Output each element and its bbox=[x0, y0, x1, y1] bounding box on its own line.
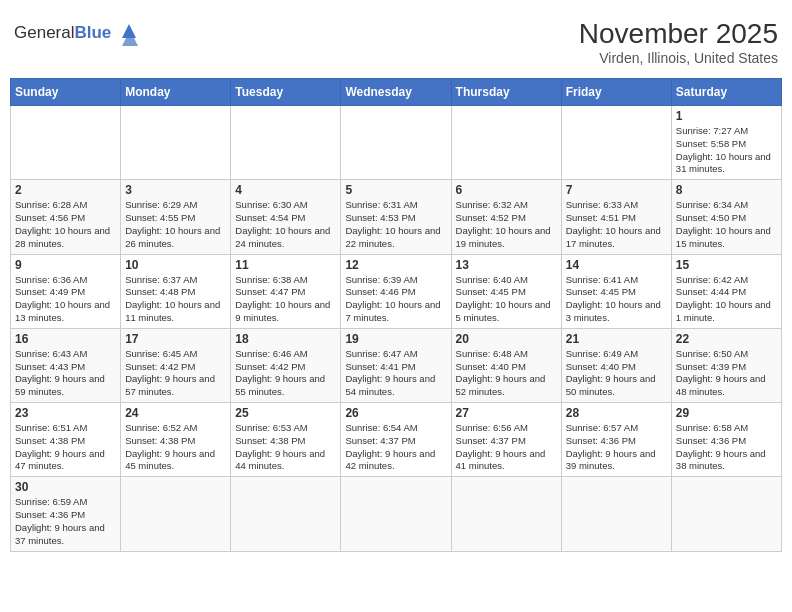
day-cell: 9Sunrise: 6:36 AM Sunset: 4:49 PM Daylig… bbox=[11, 254, 121, 328]
day-cell: 13Sunrise: 6:40 AM Sunset: 4:45 PM Dayli… bbox=[451, 254, 561, 328]
svg-marker-0 bbox=[122, 24, 136, 38]
weekday-header-saturday: Saturday bbox=[671, 79, 781, 106]
weekday-header-monday: Monday bbox=[121, 79, 231, 106]
day-cell: 15Sunrise: 6:42 AM Sunset: 4:44 PM Dayli… bbox=[671, 254, 781, 328]
logo: GeneralBlue bbox=[14, 18, 144, 48]
day-number: 2 bbox=[15, 183, 116, 197]
day-info: Sunrise: 6:45 AM Sunset: 4:42 PM Dayligh… bbox=[125, 348, 226, 399]
day-cell bbox=[451, 477, 561, 551]
day-cell: 23Sunrise: 6:51 AM Sunset: 4:38 PM Dayli… bbox=[11, 403, 121, 477]
day-number: 1 bbox=[676, 109, 777, 123]
day-info: Sunrise: 7:27 AM Sunset: 5:58 PM Dayligh… bbox=[676, 125, 777, 176]
day-cell: 27Sunrise: 6:56 AM Sunset: 4:37 PM Dayli… bbox=[451, 403, 561, 477]
week-row-5: 30Sunrise: 6:59 AM Sunset: 4:36 PM Dayli… bbox=[11, 477, 782, 551]
day-cell bbox=[121, 477, 231, 551]
day-info: Sunrise: 6:49 AM Sunset: 4:40 PM Dayligh… bbox=[566, 348, 667, 399]
day-info: Sunrise: 6:31 AM Sunset: 4:53 PM Dayligh… bbox=[345, 199, 446, 250]
day-info: Sunrise: 6:43 AM Sunset: 4:43 PM Dayligh… bbox=[15, 348, 116, 399]
day-number: 28 bbox=[566, 406, 667, 420]
day-number: 26 bbox=[345, 406, 446, 420]
day-cell: 8Sunrise: 6:34 AM Sunset: 4:50 PM Daylig… bbox=[671, 180, 781, 254]
day-number: 15 bbox=[676, 258, 777, 272]
day-number: 7 bbox=[566, 183, 667, 197]
day-cell: 3Sunrise: 6:29 AM Sunset: 4:55 PM Daylig… bbox=[121, 180, 231, 254]
day-cell: 4Sunrise: 6:30 AM Sunset: 4:54 PM Daylig… bbox=[231, 180, 341, 254]
day-info: Sunrise: 6:46 AM Sunset: 4:42 PM Dayligh… bbox=[235, 348, 336, 399]
day-number: 22 bbox=[676, 332, 777, 346]
day-cell: 6Sunrise: 6:32 AM Sunset: 4:52 PM Daylig… bbox=[451, 180, 561, 254]
day-info: Sunrise: 6:57 AM Sunset: 4:36 PM Dayligh… bbox=[566, 422, 667, 473]
day-info: Sunrise: 6:33 AM Sunset: 4:51 PM Dayligh… bbox=[566, 199, 667, 250]
day-cell: 25Sunrise: 6:53 AM Sunset: 4:38 PM Dayli… bbox=[231, 403, 341, 477]
day-number: 6 bbox=[456, 183, 557, 197]
weekday-header-thursday: Thursday bbox=[451, 79, 561, 106]
day-cell: 2Sunrise: 6:28 AM Sunset: 4:56 PM Daylig… bbox=[11, 180, 121, 254]
day-cell: 5Sunrise: 6:31 AM Sunset: 4:53 PM Daylig… bbox=[341, 180, 451, 254]
day-cell bbox=[671, 477, 781, 551]
day-cell: 28Sunrise: 6:57 AM Sunset: 4:36 PM Dayli… bbox=[561, 403, 671, 477]
day-number: 23 bbox=[15, 406, 116, 420]
svg-marker-1 bbox=[122, 38, 138, 46]
day-cell: 12Sunrise: 6:39 AM Sunset: 4:46 PM Dayli… bbox=[341, 254, 451, 328]
day-cell: 10Sunrise: 6:37 AM Sunset: 4:48 PM Dayli… bbox=[121, 254, 231, 328]
day-number: 9 bbox=[15, 258, 116, 272]
week-row-2: 9Sunrise: 6:36 AM Sunset: 4:49 PM Daylig… bbox=[11, 254, 782, 328]
day-info: Sunrise: 6:58 AM Sunset: 4:36 PM Dayligh… bbox=[676, 422, 777, 473]
day-number: 17 bbox=[125, 332, 226, 346]
day-number: 5 bbox=[345, 183, 446, 197]
logo-text-general: General bbox=[14, 23, 74, 42]
day-info: Sunrise: 6:51 AM Sunset: 4:38 PM Dayligh… bbox=[15, 422, 116, 473]
day-number: 8 bbox=[676, 183, 777, 197]
day-number: 11 bbox=[235, 258, 336, 272]
day-cell: 30Sunrise: 6:59 AM Sunset: 4:36 PM Dayli… bbox=[11, 477, 121, 551]
day-info: Sunrise: 6:54 AM Sunset: 4:37 PM Dayligh… bbox=[345, 422, 446, 473]
calendar-subtitle: Virden, Illinois, United States bbox=[579, 50, 778, 66]
day-number: 27 bbox=[456, 406, 557, 420]
day-info: Sunrise: 6:39 AM Sunset: 4:46 PM Dayligh… bbox=[345, 274, 446, 325]
day-cell bbox=[231, 477, 341, 551]
day-info: Sunrise: 6:59 AM Sunset: 4:36 PM Dayligh… bbox=[15, 496, 116, 547]
day-cell: 20Sunrise: 6:48 AM Sunset: 4:40 PM Dayli… bbox=[451, 328, 561, 402]
day-cell bbox=[341, 477, 451, 551]
day-info: Sunrise: 6:38 AM Sunset: 4:47 PM Dayligh… bbox=[235, 274, 336, 325]
day-cell: 7Sunrise: 6:33 AM Sunset: 4:51 PM Daylig… bbox=[561, 180, 671, 254]
day-cell bbox=[11, 106, 121, 180]
day-number: 13 bbox=[456, 258, 557, 272]
weekday-header-tuesday: Tuesday bbox=[231, 79, 341, 106]
day-number: 10 bbox=[125, 258, 226, 272]
day-cell bbox=[451, 106, 561, 180]
day-info: Sunrise: 6:47 AM Sunset: 4:41 PM Dayligh… bbox=[345, 348, 446, 399]
day-number: 25 bbox=[235, 406, 336, 420]
day-cell: 22Sunrise: 6:50 AM Sunset: 4:39 PM Dayli… bbox=[671, 328, 781, 402]
day-info: Sunrise: 6:30 AM Sunset: 4:54 PM Dayligh… bbox=[235, 199, 336, 250]
day-info: Sunrise: 6:32 AM Sunset: 4:52 PM Dayligh… bbox=[456, 199, 557, 250]
day-number: 14 bbox=[566, 258, 667, 272]
day-info: Sunrise: 6:56 AM Sunset: 4:37 PM Dayligh… bbox=[456, 422, 557, 473]
day-cell: 19Sunrise: 6:47 AM Sunset: 4:41 PM Dayli… bbox=[341, 328, 451, 402]
day-number: 12 bbox=[345, 258, 446, 272]
day-number: 24 bbox=[125, 406, 226, 420]
day-number: 21 bbox=[566, 332, 667, 346]
weekday-header-sunday: Sunday bbox=[11, 79, 121, 106]
day-info: Sunrise: 6:29 AM Sunset: 4:55 PM Dayligh… bbox=[125, 199, 226, 250]
day-info: Sunrise: 6:28 AM Sunset: 4:56 PM Dayligh… bbox=[15, 199, 116, 250]
day-number: 18 bbox=[235, 332, 336, 346]
weekday-header-friday: Friday bbox=[561, 79, 671, 106]
weekday-header-wednesday: Wednesday bbox=[341, 79, 451, 106]
day-cell bbox=[561, 106, 671, 180]
day-number: 29 bbox=[676, 406, 777, 420]
day-cell bbox=[121, 106, 231, 180]
day-info: Sunrise: 6:48 AM Sunset: 4:40 PM Dayligh… bbox=[456, 348, 557, 399]
day-cell: 26Sunrise: 6:54 AM Sunset: 4:37 PM Dayli… bbox=[341, 403, 451, 477]
header: GeneralBlue November 2025 Virden, Illino… bbox=[10, 10, 782, 70]
day-cell: 21Sunrise: 6:49 AM Sunset: 4:40 PM Dayli… bbox=[561, 328, 671, 402]
day-cell: 24Sunrise: 6:52 AM Sunset: 4:38 PM Dayli… bbox=[121, 403, 231, 477]
day-info: Sunrise: 6:34 AM Sunset: 4:50 PM Dayligh… bbox=[676, 199, 777, 250]
day-cell: 11Sunrise: 6:38 AM Sunset: 4:47 PM Dayli… bbox=[231, 254, 341, 328]
day-number: 19 bbox=[345, 332, 446, 346]
day-cell bbox=[561, 477, 671, 551]
calendar-title: November 2025 bbox=[579, 18, 778, 50]
day-number: 20 bbox=[456, 332, 557, 346]
day-number: 3 bbox=[125, 183, 226, 197]
day-info: Sunrise: 6:41 AM Sunset: 4:45 PM Dayligh… bbox=[566, 274, 667, 325]
